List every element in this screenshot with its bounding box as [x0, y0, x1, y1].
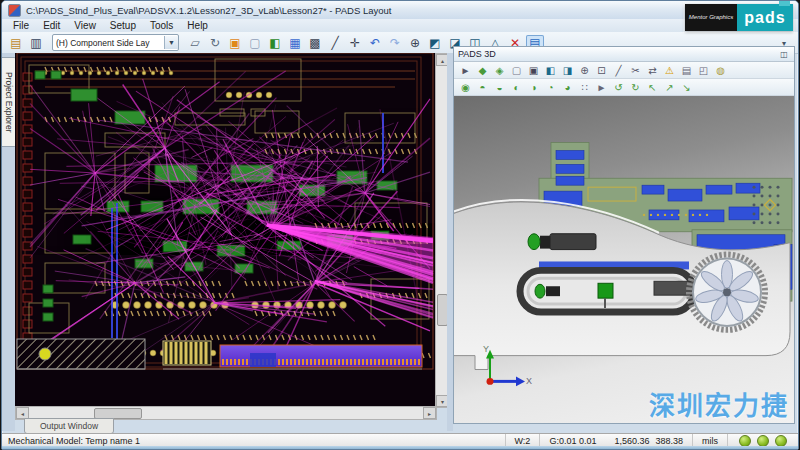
menu-file[interactable]: File [6, 20, 36, 31]
zoom-fit-icon[interactable]: ⊡ [594, 63, 609, 77]
collision-warning-icon[interactable]: ⚠ [662, 63, 677, 77]
pcb-2d-art [15, 53, 435, 406]
open-file-icon[interactable]: ▤ [7, 35, 25, 52]
app-icon [8, 4, 21, 17]
push-part-icon[interactable]: ◈ [492, 63, 507, 77]
menu-setup[interactable]: Setup [103, 20, 143, 31]
axis-x-label: X [526, 376, 532, 386]
edge-connector-layer [17, 339, 422, 369]
layer-selector[interactable]: (H) Component Side Lay ▼ [52, 34, 179, 51]
undo-icon[interactable]: ↶ [366, 35, 384, 52]
spin-right-icon[interactable]: ↗ [662, 80, 677, 94]
rotate-cw-icon[interactable]: ↻ [628, 80, 643, 94]
status-message: Mechanical Model: Temp name 1 [2, 436, 505, 446]
spin-down-icon[interactable]: ↘ [679, 80, 694, 94]
pads-3d-header[interactable]: PADS 3D ▾◫✕ [454, 47, 794, 62]
select-arrow-icon[interactable]: ► [458, 63, 473, 77]
pcb-2d-canvas[interactable] [15, 53, 435, 406]
photo-view-icon[interactable]: ▩ [306, 35, 324, 52]
bga-grid-icon[interactable]: ▦ [286, 35, 304, 52]
pads-3d-toolbar-1: ►◆◈▢▣◧◨⊕⊡╱✂⇄⚠▤◰◍ [454, 62, 794, 79]
front-view-icon[interactable]: ◧ [543, 63, 558, 77]
redraw-icon[interactable]: ↻ [206, 35, 224, 52]
view-right-icon[interactable]: ◕ [560, 80, 575, 94]
watermark-text: 深圳宏力捷 [649, 385, 789, 422]
view-front-icon[interactable]: ◐ [509, 80, 524, 94]
grid-dots-icon[interactable]: ∷ [577, 80, 592, 94]
menu-view[interactable]: View [67, 20, 103, 31]
title-bar[interactable]: C:\PADS_Stnd_Plus_Eval\PADSVX.1.2\Lesson… [2, 1, 798, 19]
selection-filter-icon[interactable]: ◩ [426, 35, 444, 52]
output-window-tab[interactable]: Output Window [24, 418, 114, 434]
zoom-in-icon[interactable]: ⊕ [577, 63, 592, 77]
snapshot-icon[interactable]: ▣ [526, 63, 541, 77]
pads-3d-panel: PADS 3D ▾◫✕ ►◆◈▢▣◧◨⊕⊡╱✂⇄⚠▤◰◍ ◉◓◒◐◑◔◕∷►↺↻… [453, 46, 795, 424]
redo-icon[interactable]: ↷ [386, 35, 404, 52]
pads-3d-toolbar-2: ◉◓◒◐◑◔◕∷►↺↻↖↗↘ [454, 79, 794, 96]
measure-icon[interactable]: ╱ [611, 63, 626, 77]
report-icon[interactable]: ▤ [679, 63, 694, 77]
brand-logo: Mentor Graphics pads [685, 4, 793, 31]
view-iso-icon[interactable]: ◉ [458, 80, 473, 94]
cut-plane-icon[interactable]: ✂ [628, 63, 643, 77]
scroll-right-icon[interactable]: ▸ [423, 407, 436, 419]
pin-icon[interactable]: ◫ [778, 49, 790, 60]
export-icon[interactable]: ◰ [696, 63, 711, 77]
view-left-icon[interactable]: ◔ [543, 80, 558, 94]
move-part-icon[interactable]: ◆ [475, 63, 490, 77]
menu-edit[interactable]: Edit [36, 20, 67, 31]
move-component-icon[interactable]: ◧ [266, 35, 284, 52]
pads-logo: pads [737, 4, 793, 31]
layers-icon[interactable]: ▢ [246, 35, 264, 52]
panel-menu-icon[interactable]: ▾ [778, 38, 790, 49]
viewport-3d[interactable]: Y X 深圳宏力捷 [454, 96, 794, 423]
pads-layout-window: C:\PADS_Stnd_Plus_Eval\PADSVX.1.2\Lesson… [1, 0, 799, 450]
window-title: C:\PADS_Stnd_Plus_Eval\PADSVX.1.2\Lesson… [26, 5, 391, 16]
project-explorer-tab[interactable]: Project Explorer [2, 57, 16, 147]
menu-help[interactable]: Help [180, 20, 215, 31]
pads-3d-title: PADS 3D [458, 49, 496, 59]
component-tool-icon[interactable]: ✛ [346, 35, 364, 52]
add-route-icon[interactable]: ╱ [326, 35, 344, 52]
menu-tools[interactable]: Tools [143, 20, 180, 31]
axis-y-label: Y [483, 344, 489, 354]
shell-icon[interactable]: ◍ [713, 63, 728, 77]
spin-up-icon[interactable]: ↖ [645, 80, 660, 94]
save-icon[interactable]: ▥ [27, 35, 45, 52]
pick-icon[interactable]: ► [594, 80, 609, 94]
view-bottom-icon[interactable]: ◒ [492, 80, 507, 94]
view-top-icon[interactable]: ◓ [475, 80, 490, 94]
zoom-icon[interactable]: ⊕ [406, 35, 424, 52]
layer-selector-value: (H) Component Side Lay [56, 38, 164, 48]
chevron-down-icon[interactable]: ▼ [164, 36, 178, 49]
back-view-icon[interactable]: ◨ [560, 63, 575, 77]
window-bottom-border [2, 446, 798, 449]
new-window-icon[interactable]: ▱ [186, 35, 204, 52]
view-back-icon[interactable]: ◑ [526, 80, 541, 94]
mentor-graphics-logo: Mentor Graphics [685, 4, 737, 31]
board-view-icon[interactable]: ▢ [509, 63, 524, 77]
mirror-icon[interactable]: ⇄ [645, 63, 660, 77]
design-rules-icon[interactable]: ▣ [226, 35, 244, 52]
menu-bar: FileEditViewSetupToolsHelp [2, 19, 798, 32]
rotate-ccw-icon[interactable]: ↺ [611, 80, 626, 94]
scene-3d: Y X [454, 96, 794, 423]
